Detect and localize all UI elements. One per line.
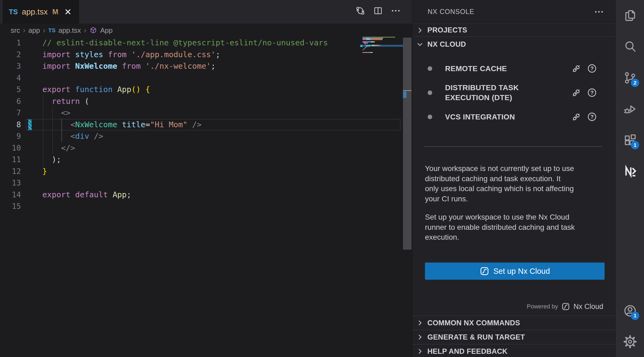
activity-search-icon[interactable] [616, 31, 644, 62]
activity-source-control-icon[interactable]: 2 [616, 62, 644, 93]
chevron-right-icon [416, 333, 424, 341]
indent-guide [52, 107, 53, 154]
powered-by: Powered by Nx Cloud [527, 301, 603, 312]
activity-run-debug-icon[interactable] [616, 93, 644, 125]
accordion-label: GENERATE & RUN TARGET [427, 333, 525, 341]
feature-actions: ? [571, 87, 597, 98]
line-number: 15 [0, 201, 21, 212]
close-icon[interactable]: ✕ [64, 8, 72, 16]
overview-cursor-marker [403, 90, 412, 91]
editor-scrollbar[interactable] [403, 0, 412, 357]
activity-account-icon[interactable]: 1 [616, 295, 644, 326]
badge: 1 [631, 312, 639, 320]
activity-bar-bottom: 1 [616, 295, 644, 357]
panel-more-actions-icon[interactable] [593, 5, 605, 18]
section-label: NX CLOUD [427, 40, 466, 49]
breadcrumb-item[interactable]: App [100, 26, 113, 35]
code-text: export default App; [42, 189, 131, 201]
typescript-file-icon: TS [9, 8, 18, 16]
scrollbar-thumb[interactable] [403, 38, 412, 250]
code-line[interactable]: 14export default App; [0, 189, 403, 201]
code-text: } [42, 166, 47, 177]
git-modified-badge: M [52, 8, 58, 16]
split-editor-icon[interactable] [372, 4, 384, 17]
minimap-line [362, 46, 369, 47]
minimap-modified-marker [360, 45, 362, 47]
code-line[interactable]: 4 [0, 72, 403, 84]
code-text: import styles from './app.module.css'; [42, 49, 220, 61]
line-number: 5 [0, 84, 21, 96]
code-line[interactable]: 15 [0, 201, 403, 212]
code-text: // eslint-disable-next-line @typescript-… [42, 37, 328, 49]
minimap-line [362, 39, 382, 40]
line-number: 11 [0, 154, 21, 166]
breadcrumb-item[interactable]: src [11, 26, 20, 35]
line-number: 13 [0, 177, 21, 189]
line-number: 4 [0, 72, 21, 84]
code-line[interactable]: 11 ); [0, 154, 403, 166]
badge: 2 [631, 79, 639, 87]
connect-plug-icon[interactable] [571, 111, 582, 122]
panel-title: NX CONSOLE [428, 8, 474, 16]
code-line[interactable]: 3import NxWelcome from './nx-welcome'; [0, 60, 403, 72]
accordion-generate-run-target[interactable]: GENERATE & RUN TARGET [412, 330, 616, 344]
code-line[interactable]: 5export function App() { [0, 84, 403, 96]
code-line[interactable]: 13 [0, 177, 403, 189]
code-line[interactable]: 9 <div /> [0, 130, 403, 142]
code-line[interactable]: 10 </> [0, 142, 403, 154]
help-question-icon[interactable]: ? [587, 63, 597, 74]
accordion-label: HELP AND FEEDBACK [427, 347, 508, 356]
svg-text:?: ? [590, 114, 594, 120]
accordion-help-and-feedback[interactable]: HELP AND FEEDBACK [412, 344, 616, 357]
section-nx-cloud[interactable]: NX CLOUD [412, 37, 616, 52]
code-line[interactable]: 2import styles from './app.module.css'; [0, 49, 403, 61]
setup-nx-cloud-button[interactable]: Set up Nx Cloud [425, 263, 605, 280]
feature-label: VCS INTEGRATION [445, 112, 531, 122]
breadcrumb-item[interactable]: app [28, 26, 40, 35]
workspace-status-text: Your workspace is not currently set up t… [425, 163, 605, 204]
chevron-down-icon [416, 40, 424, 49]
breadcrumb-separator: › [84, 26, 86, 35]
powered-by-label: Powered by [527, 303, 558, 310]
connect-plug-icon[interactable] [571, 63, 582, 74]
setup-hint-text: Set up your workspace to use the Nx Clou… [425, 212, 605, 242]
code-text: export function App() { [42, 84, 150, 96]
code-text: <NxWelcome title="Hi Mom" /> [42, 119, 202, 131]
nx-cloud-icon [561, 302, 570, 311]
indent-guide-active [61, 119, 62, 142]
help-question-icon[interactable]: ? [587, 87, 597, 98]
chevron-right-icon [416, 319, 424, 327]
code-line[interactable]: 8 <NxWelcome title="Hi Mom" /> [0, 119, 403, 131]
minimap-line [362, 47, 366, 48]
activity-settings-icon[interactable] [616, 326, 644, 357]
code-line[interactable]: 7 <> [0, 107, 403, 119]
powered-by-brand: Nx Cloud [573, 303, 603, 311]
activity-nx-console-icon[interactable] [616, 156, 644, 187]
section-projects[interactable]: PROJECTS [412, 24, 616, 37]
tab-app-tsx[interactable]: TS app.tsx M ✕ [3, 0, 79, 24]
nx-cloud-icon [480, 266, 489, 276]
code-line[interactable]: 1// eslint-disable-next-line @typescript… [0, 37, 403, 49]
nx-cloud-feature-row: REMOTE CACHE? [412, 61, 616, 76]
activity-extensions-icon[interactable]: 1 [616, 125, 644, 156]
line-number: 14 [0, 189, 21, 201]
tab-bar: TS app.tsx M ✕ [0, 0, 412, 24]
overview-modified-marker [403, 92, 406, 98]
open-changes-icon[interactable] [354, 4, 366, 17]
code-line[interactable]: 6 return ( [0, 96, 403, 107]
activity-files-icon[interactable] [616, 0, 644, 31]
typescript-file-icon: TS [48, 27, 55, 34]
more-actions-icon[interactable] [390, 4, 402, 17]
code-editor[interactable]: 1// eslint-disable-next-line @typescript… [0, 37, 403, 212]
breadcrumb-item[interactable]: app.tsx [58, 26, 81, 35]
connect-plug-icon[interactable] [571, 87, 582, 98]
line-number: 3 [0, 60, 21, 72]
code-line[interactable]: 12} [0, 166, 403, 177]
divider [424, 146, 602, 147]
badge: 1 [631, 141, 639, 149]
feature-label: DISTRIBUTED TASK EXECUTION (DTE) [445, 83, 531, 103]
help-question-icon[interactable]: ? [587, 111, 597, 122]
accordion-label: COMMON NX COMMANDS [427, 319, 520, 327]
accordion-common-nx-commands[interactable]: COMMON NX COMMANDS [412, 316, 616, 330]
minimap[interactable] [360, 37, 403, 58]
